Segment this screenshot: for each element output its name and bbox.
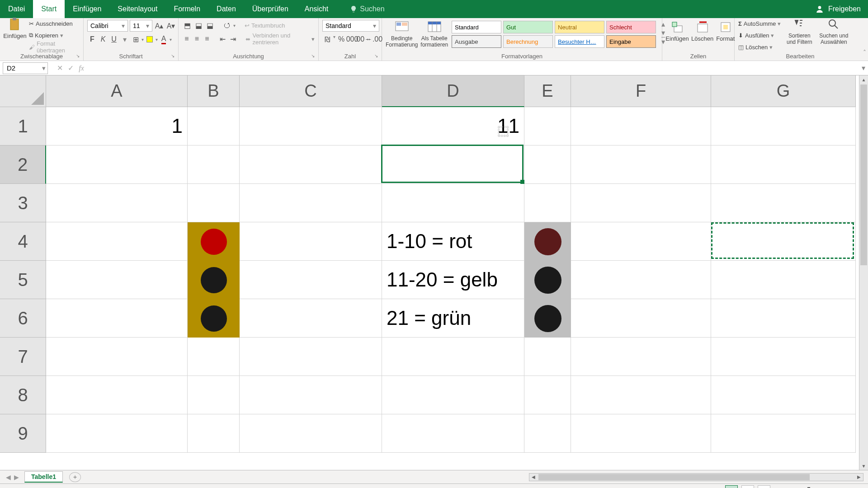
insert-cells-button[interactable]: Einfügen [666, 20, 689, 42]
cell-A9[interactable] [46, 414, 188, 453]
cell-C5[interactable] [240, 261, 382, 299]
tab-start[interactable]: Start [33, 0, 65, 18]
autosum-button[interactable]: ΣAutoSumme▾ [738, 18, 781, 29]
column-header-E[interactable]: E [524, 75, 571, 107]
row-header-7[interactable]: 7 [0, 338, 46, 376]
cell-C2[interactable] [240, 145, 382, 184]
cell-G9[interactable] [711, 414, 856, 453]
zoom-level[interactable]: 390 % [846, 487, 863, 488]
row-header-9[interactable]: 9 [0, 414, 46, 453]
name-box[interactable]: D2▾ [3, 62, 48, 74]
zoom-out-button[interactable]: − [774, 487, 778, 488]
cell-E8[interactable] [524, 376, 571, 414]
style-schlecht[interactable]: Schlecht [606, 21, 656, 33]
tab-einfuegen[interactable]: Einfügen [65, 0, 109, 18]
increase-font-icon[interactable]: A▴ [154, 21, 164, 31]
format-as-table-button[interactable]: Als Tabelle formatieren [420, 20, 448, 48]
cell-A7[interactable] [46, 338, 188, 376]
cell-D8[interactable] [382, 376, 524, 414]
wrap-text-button[interactable]: ↩Textumbruch [245, 20, 285, 31]
align-bottom-icon[interactable]: ⬓ [205, 20, 215, 30]
cut-button[interactable]: ✂Ausschneiden [29, 18, 80, 29]
expand-formula-bar-icon[interactable]: ▾ [859, 64, 868, 72]
format-painter-button[interactable]: 🖌Format übertragen [29, 42, 80, 52]
cell-B9[interactable] [188, 414, 240, 453]
scroll-down-icon[interactable]: ▼ [859, 462, 868, 470]
cell-F3[interactable] [571, 184, 711, 222]
cell-F5[interactable] [571, 261, 711, 299]
cell-F7[interactable] [571, 338, 711, 376]
cell-D4[interactable]: 1-10 = rot [382, 222, 524, 261]
horizontal-scrollbar[interactable]: ◀ ▶ [529, 473, 863, 481]
enter-formula-icon[interactable]: ✓ [66, 64, 75, 72]
page-layout-view-button[interactable]: ▤ [741, 485, 754, 488]
cell-F8[interactable] [571, 376, 711, 414]
select-all-corner[interactable] [0, 75, 46, 107]
cell-E9[interactable] [524, 414, 571, 453]
clear-button[interactable]: ◫Löschen▾ [738, 42, 781, 52]
style-neutral[interactable]: Neutral [555, 21, 604, 33]
cell-F6[interactable] [571, 299, 711, 338]
align-center-icon[interactable]: ≡ [193, 34, 202, 44]
file-tab[interactable]: Datei [0, 0, 33, 18]
format-cells-button[interactable]: Format [716, 20, 735, 42]
cell-B8[interactable] [188, 376, 240, 414]
tab-ueberpruefen[interactable]: Überprüfen [244, 0, 297, 18]
cell-A4[interactable] [46, 222, 188, 261]
cell-G8[interactable] [711, 376, 856, 414]
column-header-D[interactable]: D [382, 75, 524, 107]
scroll-up-icon[interactable]: ▲ [859, 75, 868, 84]
cell-F2[interactable] [571, 145, 711, 184]
font-color-button[interactable]: A [159, 34, 169, 44]
orientation-icon[interactable]: ⭯ [222, 20, 232, 30]
clipboard-launcher[interactable]: ↘ [76, 53, 82, 60]
cell-D7[interactable] [382, 338, 524, 376]
cell-F1[interactable] [571, 107, 711, 145]
cell-G5[interactable] [711, 261, 856, 299]
cell-A3[interactable] [46, 184, 188, 222]
tab-seitenlayout[interactable]: Seitenlayout [109, 0, 165, 18]
cell-C1[interactable] [240, 107, 382, 145]
align-middle-icon[interactable]: ⬓ [193, 20, 203, 30]
column-header-C[interactable]: C [240, 75, 382, 107]
sheet-nav-prev-icon[interactable]: ◀ [5, 474, 12, 481]
cell-C9[interactable] [240, 414, 382, 453]
row-header-3[interactable]: 3 [0, 184, 46, 222]
scroll-left-icon[interactable]: ◀ [529, 474, 538, 481]
fill-button[interactable]: ⬇Ausfüllen▾ [738, 30, 781, 41]
cell-A8[interactable] [46, 376, 188, 414]
sheet-tab[interactable]: Tabelle1 [24, 471, 63, 483]
cell-C7[interactable] [240, 338, 382, 376]
delete-cells-button[interactable]: Löschen [691, 20, 713, 42]
cell-C8[interactable] [240, 376, 382, 414]
style-gut[interactable]: Gut [503, 21, 553, 33]
border-button[interactable]: ⊞ [131, 34, 141, 44]
cell-B1[interactable] [188, 107, 240, 145]
cell-E1[interactable] [524, 107, 571, 145]
cell-G6[interactable] [711, 299, 856, 338]
find-select-button[interactable]: Suchen und Auswählen [818, 17, 849, 45]
align-top-icon[interactable]: ⬒ [182, 20, 192, 30]
font-size-select[interactable]: 11▾ [130, 20, 152, 32]
row-header-6[interactable]: 6 [0, 299, 46, 338]
cell-A5[interactable] [46, 261, 188, 299]
cell-D9[interactable] [382, 414, 524, 453]
decrease-decimal-icon[interactable]: ←.00 [369, 34, 379, 44]
indent-decrease-icon[interactable]: ⇤ [218, 34, 227, 44]
cell-D2[interactable] [382, 145, 524, 184]
formula-bar[interactable] [90, 62, 859, 74]
row-header-8[interactable]: 8 [0, 376, 46, 414]
cell-B2[interactable] [188, 145, 240, 184]
number-format-select[interactable]: Standard▾ [322, 20, 379, 32]
percent-icon[interactable]: % [336, 34, 346, 44]
font-name-select[interactable]: Calibri▾ [87, 20, 128, 32]
currency-icon[interactable]: ₪ [322, 34, 332, 44]
font-launcher[interactable]: ↘ [171, 53, 177, 60]
column-header-A[interactable]: A [46, 75, 188, 107]
number-launcher[interactable]: ↘ [374, 53, 381, 60]
cell-D6[interactable]: 21 = grün [382, 299, 524, 338]
paste-button[interactable]: Einfügen [4, 17, 26, 39]
row-header-4[interactable]: 4 [0, 222, 46, 261]
indent-increase-icon[interactable]: ⇥ [228, 34, 237, 44]
row-header-2[interactable]: 2 [0, 145, 46, 184]
